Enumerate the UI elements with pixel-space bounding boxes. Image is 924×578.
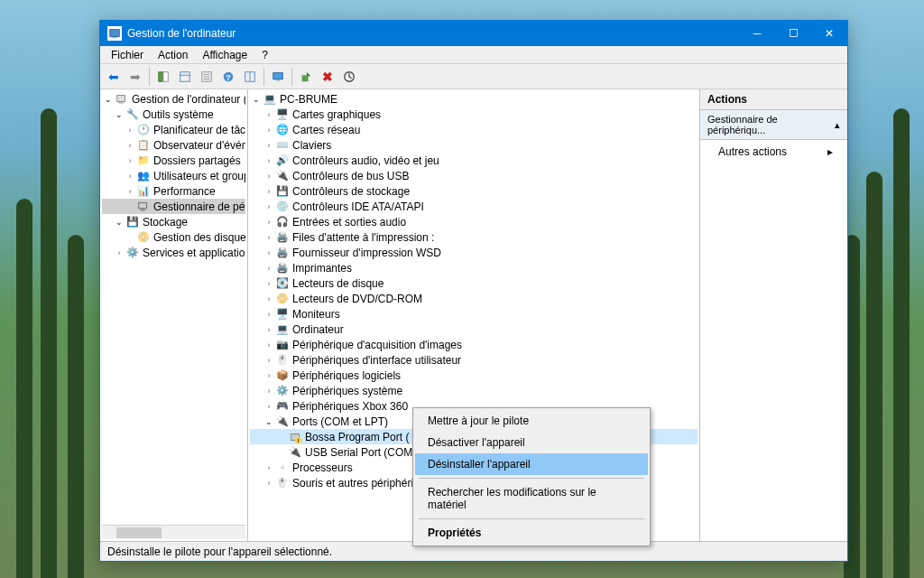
device-category[interactable]: ›💻Ordinateur — [250, 322, 698, 337]
chevron-right-icon[interactable]: › — [263, 185, 275, 198]
close-button[interactable]: ✕ — [811, 21, 847, 46]
enable-device-icon[interactable] — [296, 67, 316, 87]
device-category[interactable]: ›🔌Contrôleurs de bus USB — [250, 168, 698, 183]
chevron-right-icon[interactable]: › — [263, 154, 275, 167]
menu-help[interactable]: ? — [254, 47, 275, 63]
chevron-right-icon[interactable]: › — [263, 369, 275, 382]
chevron-right-icon[interactable]: › — [124, 139, 136, 152]
device-category[interactable]: ›⚙️Périphériques système — [250, 383, 698, 398]
chevron-right-icon[interactable]: › — [113, 247, 125, 259]
chevron-right-icon[interactable]: › — [263, 247, 275, 259]
chevron-right-icon[interactable]: › — [124, 185, 136, 198]
device-category[interactable]: ›🖥️Moniteurs — [250, 306, 698, 322]
toolbar: ⬅ ➡ ? ✖ — [100, 64, 847, 89]
tree-performance[interactable]: › 📊 Performance — [102, 183, 245, 199]
horizontal-scrollbar[interactable] — [102, 525, 245, 539]
chevron-right-icon[interactable]: › — [263, 339, 275, 351]
chevron-right-icon[interactable]: › — [124, 124, 136, 136]
chevron-right-icon[interactable]: › — [263, 216, 275, 228]
chevron-right-icon[interactable]: › — [263, 354, 275, 367]
device-category[interactable]: ›📦Périphériques logiciels — [250, 368, 698, 383]
ctx-disable-device[interactable]: Désactiver l'appareil — [415, 432, 648, 453]
menu-view[interactable]: Affichage — [195, 47, 254, 63]
tree-services[interactable]: › ⚙️ Services et applications — [102, 245, 245, 260]
tree-storage[interactable]: ⌄ 💾 Stockage — [102, 214, 245, 229]
device-label: Ordinateur — [292, 323, 344, 336]
titlebar[interactable]: Gestion de l'ordinateur ─ ☐ ✕ — [100, 21, 847, 46]
chevron-down-icon[interactable]: ⌄ — [263, 415, 275, 428]
menu-action[interactable]: Action — [151, 47, 195, 63]
tree-system-tools[interactable]: ⌄ 🔧 Outils système — [102, 107, 245, 122]
chevron-right-icon[interactable]: › — [263, 200, 275, 213]
chevron-right-icon[interactable]: › — [263, 262, 275, 275]
view-button-3[interactable] — [240, 67, 260, 87]
tree-event-viewer[interactable]: › 📋 Observateur d'événements — [102, 137, 245, 153]
tree-shared-folders[interactable]: › 📁 Dossiers partagés — [102, 153, 245, 168]
device-computer[interactable]: ⌄ 💻 PC-BRUME — [250, 91, 698, 107]
actions-other-actions[interactable]: Autres actions ▸ — [700, 140, 847, 163]
device-category[interactable]: ›📀Lecteurs de DVD/CD-ROM — [250, 291, 698, 306]
chevron-down-icon[interactable]: ⌄ — [250, 93, 263, 106]
chevron-down-icon[interactable]: ⌄ — [102, 93, 115, 106]
actions-section-device-manager[interactable]: Gestionnaire de périphériqu... ▴ — [700, 110, 847, 140]
help-button[interactable]: ? — [218, 67, 238, 87]
chevron-right-icon[interactable]: › — [263, 461, 275, 474]
ctx-update-driver[interactable]: Mettre à jour le pilote — [415, 410, 648, 432]
show-hide-tree-button[interactable] — [153, 67, 173, 87]
chevron-right-icon[interactable]: › — [263, 323, 275, 336]
device-category[interactable]: ›🔊Contrôleurs audio, vidéo et jeu — [250, 153, 698, 168]
device-category[interactable]: ›🖨️Files d'attente à l'impression : — [250, 229, 698, 245]
device-category[interactable]: ›💾Contrôleurs de stockage — [250, 183, 698, 199]
device-category[interactable]: ›🌐Cartes réseau — [250, 122, 698, 137]
device-category[interactable]: ›🎧Entrées et sorties audio — [250, 214, 698, 229]
ctx-uninstall-device[interactable]: Désinstaller l'appareil — [415, 453, 648, 475]
chevron-right-icon[interactable]: › — [263, 139, 275, 152]
back-button[interactable]: ⬅ — [104, 67, 124, 87]
device-category-icon: 📦 — [275, 368, 290, 383]
ctx-properties[interactable]: Propriétés — [415, 522, 648, 544]
device-manager-icon — [136, 200, 151, 214]
chevron-down-icon[interactable]: ⌄ — [113, 108, 125, 121]
device-category[interactable]: ›⌨️Claviers — [250, 137, 698, 153]
scan-hardware-icon[interactable] — [339, 67, 359, 87]
chevron-right-icon[interactable]: › — [263, 308, 275, 321]
chevron-right-icon[interactable]: › — [124, 170, 136, 182]
device-label: Périphériques d'interface utilisateur — [292, 354, 461, 367]
chevron-down-icon[interactable]: ⌄ — [113, 216, 125, 228]
chevron-right-icon[interactable]: › — [263, 170, 275, 182]
device-category[interactable]: ›🖨️Imprimantes — [250, 260, 698, 275]
tree-local-users[interactable]: › 👥 Utilisateurs et groupes locaux — [102, 168, 245, 183]
view-button-1[interactable] — [175, 67, 195, 87]
computer-icon: 💻 — [263, 92, 277, 107]
tree-device-manager[interactable]: Gestionnaire de périphériques — [102, 199, 245, 214]
minimize-button[interactable]: ─ — [739, 21, 775, 46]
tree-root[interactable]: ⌄ Gestion de l'ordinateur (local) — [102, 91, 245, 107]
chevron-right-icon[interactable]: › — [263, 108, 275, 121]
users-icon: 👥 — [136, 169, 151, 183]
device-category[interactable]: ›🖱️Périphériques d'interface utilisateur — [250, 352, 698, 368]
device-category[interactable]: ›🖥️Cartes graphiques — [250, 107, 698, 122]
device-category[interactable]: ›💽Lecteurs de disque — [250, 275, 698, 291]
tree-disk-management[interactable]: 📀 Gestion des disques — [102, 229, 245, 245]
chevron-right-icon[interactable]: › — [263, 400, 275, 413]
device-monitor-icon[interactable] — [268, 67, 288, 87]
device-category[interactable]: ›🖨️Fournisseur d'impression WSD — [250, 245, 698, 260]
tree-task-scheduler[interactable]: › 🕐 Planificateur de tâches — [102, 122, 245, 137]
chevron-right-icon[interactable]: › — [263, 477, 275, 489]
ctx-scan-hardware[interactable]: Rechercher les modifications sur le maté… — [415, 481, 648, 516]
device-category[interactable]: ›💿Contrôleurs IDE ATA/ATAPI — [250, 199, 698, 214]
chevron-right-icon[interactable]: › — [263, 293, 275, 305]
chevron-right-icon[interactable]: › — [263, 124, 275, 136]
chevron-right-icon[interactable]: › — [263, 231, 275, 244]
services-icon: ⚙️ — [125, 246, 140, 260]
device-category[interactable]: ›📷Périphérique d'acquisition d'images — [250, 337, 698, 352]
maximize-button[interactable]: ☐ — [775, 21, 811, 46]
forward-button[interactable]: ➡ — [125, 67, 145, 87]
chevron-right-icon[interactable]: › — [124, 154, 136, 167]
device-category-icon: 🎧 — [275, 215, 290, 229]
menu-file[interactable]: Fichier — [104, 47, 151, 63]
disable-device-icon[interactable]: ✖ — [318, 67, 337, 87]
chevron-right-icon[interactable]: › — [263, 277, 275, 290]
chevron-right-icon[interactable]: › — [263, 385, 275, 397]
view-button-2[interactable] — [197, 67, 217, 87]
